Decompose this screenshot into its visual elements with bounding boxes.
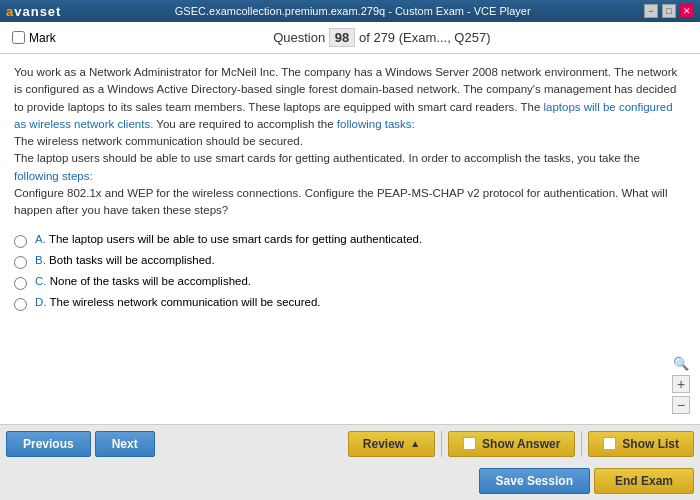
minimize-button[interactable]: − xyxy=(644,4,658,18)
option-c-radio[interactable] xyxy=(14,277,27,290)
options-list: A. The laptop users will be able to use … xyxy=(14,233,686,311)
next-button[interactable]: Next xyxy=(95,431,155,457)
toolbar-row-2: Save Session End Exam xyxy=(0,463,700,501)
question-of: of 279 xyxy=(359,30,395,45)
separator-1 xyxy=(441,431,442,457)
question-info: Question 98 of 279 (Exam..., Q257) xyxy=(76,30,688,45)
zoom-in-button[interactable]: + xyxy=(672,375,690,393)
option-c-label: C. xyxy=(35,275,47,287)
save-session-button[interactable]: Save Session xyxy=(479,468,590,494)
close-button[interactable]: ✕ xyxy=(680,4,694,18)
search-icon[interactable]: 🔍 xyxy=(672,354,690,372)
title-bar: avanset GSEC.examcollection.premium.exam… xyxy=(0,0,700,22)
option-c[interactable]: C. None of the tasks will be accomplishe… xyxy=(14,275,686,290)
question-text-para3: The laptop users should be able to use s… xyxy=(14,152,640,181)
window-title: GSEC.examcollection.premium.exam.279q - … xyxy=(61,5,644,17)
option-d-text: The wireless network communication will … xyxy=(50,296,321,308)
show-answer-label: Show Answer xyxy=(482,437,560,451)
mark-checkbox[interactable] xyxy=(12,31,25,44)
header-row: Mark Question 98 of 279 (Exam..., Q257) xyxy=(0,22,700,54)
question-text: You work as a Network Administrator for … xyxy=(14,64,686,219)
option-a-label: A. xyxy=(35,233,46,245)
show-answer-checkbox-icon xyxy=(463,437,476,450)
mark-label[interactable]: Mark xyxy=(29,31,56,45)
option-b[interactable]: B. Both tasks will be accomplished. xyxy=(14,254,686,269)
window-controls: − □ ✕ xyxy=(644,4,694,18)
option-d[interactable]: D. The wireless network communication wi… xyxy=(14,296,686,311)
end-exam-button[interactable]: End Exam xyxy=(594,468,694,494)
separator-2 xyxy=(581,431,582,457)
main-content: You work as a Network Administrator for … xyxy=(0,54,700,424)
exam-info: (Exam..., Q257) xyxy=(399,30,491,45)
option-b-radio[interactable] xyxy=(14,256,27,269)
show-list-label: Show List xyxy=(622,437,679,451)
option-c-text: None of the tasks will be accomplished. xyxy=(50,275,251,287)
maximize-button[interactable]: □ xyxy=(662,4,676,18)
option-a[interactable]: A. The laptop users will be able to use … xyxy=(14,233,686,248)
option-b-label: B. xyxy=(35,254,46,266)
show-list-checkbox-icon xyxy=(603,437,616,450)
zoom-controls: 🔍 + − xyxy=(672,354,690,414)
show-answer-button[interactable]: Show Answer xyxy=(448,431,575,457)
review-label: Review xyxy=(363,437,404,451)
bottom-toolbar: Previous Next Review ▲ Show Answer Show … xyxy=(0,424,700,500)
question-text-para1: You work as a Network Administrator for … xyxy=(14,66,677,130)
option-a-text: The laptop users will be able to use sma… xyxy=(49,233,422,245)
mark-container[interactable]: Mark xyxy=(12,31,56,45)
toolbar-row-1: Previous Next Review ▲ Show Answer Show … xyxy=(0,425,700,463)
question-label: Question xyxy=(273,30,325,45)
option-a-radio[interactable] xyxy=(14,235,27,248)
option-b-text: Both tasks will be accomplished. xyxy=(49,254,215,266)
app-logo: avanset xyxy=(6,4,61,19)
review-arrow-icon: ▲ xyxy=(410,438,420,449)
previous-button[interactable]: Previous xyxy=(6,431,91,457)
option-d-label: D. xyxy=(35,296,47,308)
zoom-out-button[interactable]: − xyxy=(672,396,690,414)
question-number: 98 xyxy=(329,28,355,47)
show-list-button[interactable]: Show List xyxy=(588,431,694,457)
question-text-para4: Configure 802.1x and WEP for the wireles… xyxy=(14,187,667,216)
question-text-para2: The wireless network communication shoul… xyxy=(14,135,303,147)
review-button[interactable]: Review ▲ xyxy=(348,431,435,457)
option-d-radio[interactable] xyxy=(14,298,27,311)
